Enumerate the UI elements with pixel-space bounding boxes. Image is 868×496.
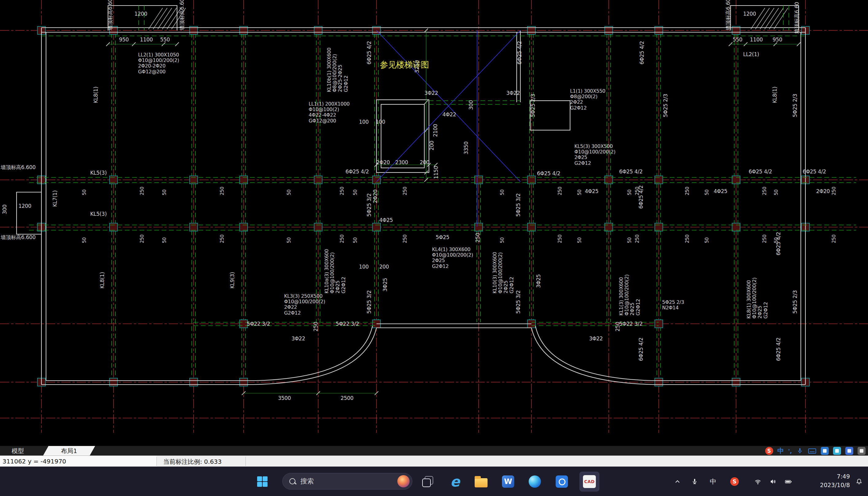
cad-annotation: 5Φ22 3/2 [247,321,270,327]
windows-logo-icon [256,476,268,487]
start-button[interactable] [253,472,272,491]
cad-annotation: KL5(3) [90,170,107,176]
cad-annotation: 墙顶标高6.60 [725,0,731,30]
ime-sync-icon[interactable] [833,447,841,455]
cad-annotation: 6Φ25 4/2 [537,171,560,176]
cad-annotation: 1200 [18,203,31,209]
search-highlight-avatar[interactable] [397,475,410,487]
cad-viewport[interactable]: 墙顶标高6.601200墙顶标高6.609501100550LL2(1) 300… [0,0,868,446]
edge-icon [528,476,541,488]
cad-annotation: KL8(1) [93,87,99,103]
cad-annotation: 2Φ20 [373,189,378,203]
cad-annotation: KL10b(1) 300X600 Φ8@100/200(2) 2Φ25-2Φ25… [327,48,349,92]
cad-annotation: KL10a(3) 300X600 Φ10@100/200(2) 2Φ25 G2Φ… [324,249,346,293]
tray-overflow-button[interactable] [671,476,684,488]
cad-annotation: 200 [420,160,429,166]
tab-layout1[interactable]: 布局1 [43,446,95,456]
battery-button[interactable] [782,476,795,488]
ie-browser-button[interactable]: e [445,472,465,491]
task-view-button[interactable] [418,472,438,491]
input-language-button[interactable]: 中 [706,476,720,488]
word-app-button[interactable]: W [498,472,518,491]
cad-app-button[interactable]: CAD [580,472,599,491]
cad-annotation: 250 [685,187,690,195]
ime-toolbar: S 中 ', [765,447,866,455]
status-separator [246,457,246,466]
cad-annotation: 5Φ22 3/2 [619,321,643,327]
ime-apps-icon[interactable] [845,447,853,455]
file-explorer-button[interactable] [471,472,491,491]
cad-annotation: KL8(1) 300X600 Φ10@100/200(2) 2Φ25 G2Φ12 [746,277,769,319]
cad-annotation: KL8(1) [99,272,105,289]
cad-annotation: 100 [359,264,369,270]
cad-annotation: 250 [340,187,345,195]
annotation-scale[interactable]: 当前标注比例: 0.633 [163,458,222,466]
cad-annotation: 250 [475,233,481,243]
ime-keyboard-icon[interactable] [808,447,817,454]
cad-annotation: 250 [685,234,690,243]
edge-browser-button[interactable] [525,472,545,491]
tab-model[interactable]: 模型 [6,446,29,456]
volume-button[interactable] [767,476,780,488]
cad-annotation: 2500 [341,395,353,401]
cad-annotation: 6Φ25 4/2 [803,169,826,175]
viewer-app-button[interactable] [552,472,572,491]
ime-punctuation-button[interactable]: ', [788,448,792,454]
sogou-tray-icon: S [730,477,739,486]
cad-annotation: 250 [557,187,563,195]
cursor-coordinates: 311062 y = -491970 [2,458,66,465]
cad-annotation: 3Φ22 [424,90,438,96]
cad-annotation: KL9(3) [230,272,235,289]
cad-annotation: 50 [705,237,710,243]
ie-icon: e [450,475,460,488]
ime-mic-icon[interactable] [796,447,804,454]
cad-annotation: 550 [733,37,742,43]
sogou-logo-icon[interactable]: S [765,447,773,455]
cad-annotation: 50 [287,237,292,243]
notification-center-button[interactable] [852,476,866,488]
speaker-icon [770,478,777,485]
cad-annotation: 1100 [750,37,763,43]
tray-mic-button[interactable] [688,476,701,488]
cad-annotation: 6Φ25 4/2 [638,338,644,361]
cad-annotation: 3350 [463,141,469,154]
cad-annotation: 200 [379,264,389,270]
taskbar-search-input[interactable]: 搜索 [282,473,412,490]
cad-annotation: 50 [500,190,505,196]
cad-annotation: 5Φ25 3/2 [516,290,521,314]
cad-annotation: 2Φ20 [816,188,830,194]
cad-annotation: 250 [403,234,408,243]
cad-annotation: 250 [557,234,563,243]
cad-annotation: 5Φ25 2/3 [792,94,798,117]
ime-skin-icon[interactable] [821,447,829,455]
cad-annotation: 4Φ25 [714,188,727,194]
cad-annotation: 5Φ25 2/3 [663,94,668,117]
cad-annotation: 2300 [395,160,408,166]
ime-lang-button[interactable]: 中 [777,447,784,455]
desktop-screen: 墙顶标高6.601200墙顶标高6.609501100550LL2(1) 300… [0,0,868,496]
cad-annotation: 5Φ25 3/2 [516,193,521,217]
search-label: 搜索 [300,477,397,486]
cad-app-icon: CAD [583,475,596,488]
cad-annotation: KL5(3) [90,211,107,217]
cad-annotation: 250 [762,187,767,195]
microphone-icon [691,478,698,485]
cad-annotation: 3Φ25 [536,274,541,288]
cad-annotation: 250 [615,322,621,331]
cad-annotation: 250 [220,187,225,195]
wifi-button[interactable] [751,476,764,488]
cad-annotation: 50 [500,237,505,243]
cad-annotation: 50 [577,237,582,243]
cad-annotation: 300 [468,100,474,110]
bell-icon [855,478,863,485]
cad-annotation: KL3(3) 250X500 Φ10@100/200(2) 2Φ22 G2Φ12 [284,293,325,316]
cad-annotation: 250 [340,234,345,243]
ime-settings-icon[interactable] [857,447,866,455]
cad-annotation: 950 [773,37,783,43]
cad-annotation: 250 [832,234,837,243]
sogou-tray-button[interactable]: S [728,476,741,488]
taskbar-clock[interactable]: 7:49 2023/10/8 [804,472,850,489]
search-icon [289,478,296,484]
cad-annotation: 参见楼梯详图 [380,60,429,70]
cad-annotation: 50 [774,190,779,196]
